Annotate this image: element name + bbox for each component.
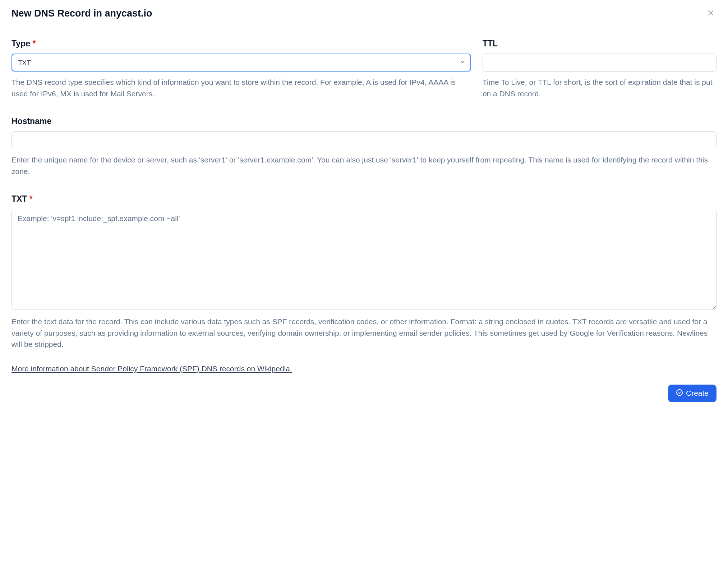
hostname-input[interactable]: [11, 131, 717, 149]
txt-label: TXT *: [11, 194, 717, 204]
required-asterisk: *: [29, 194, 33, 203]
ttl-field-group: TTL Time To Live, or TTL for short, is t…: [483, 39, 717, 99]
close-button[interactable]: [705, 7, 717, 20]
ttl-label: TTL: [483, 39, 717, 49]
txt-field-group: TXT * Enter the text data for the record…: [11, 194, 717, 350]
hostname-help-text: Enter the unique name for the device or …: [11, 154, 717, 177]
txt-textarea[interactable]: [11, 209, 717, 309]
ttl-help-text: Time To Live, or TTL for short, is the s…: [483, 77, 717, 99]
create-button-label: Create: [686, 389, 709, 398]
type-label-text: Type: [11, 39, 30, 48]
type-select[interactable]: TXT: [11, 54, 471, 72]
modal-header: New DNS Record in anycast.io: [0, 0, 728, 27]
modal-footer: Create: [0, 385, 728, 409]
close-icon: [706, 9, 715, 18]
modal-title: New DNS Record in anycast.io: [11, 8, 152, 19]
type-ttl-row: Type * TXT The DNS record type specifies…: [11, 39, 717, 99]
type-label: Type *: [11, 39, 471, 49]
spf-wikipedia-link[interactable]: More information about Sender Policy Fra…: [11, 364, 292, 373]
type-select-wrapper: TXT: [11, 54, 471, 72]
modal-body: Type * TXT The DNS record type specifies…: [0, 27, 728, 385]
type-field-group: Type * TXT The DNS record type specifies…: [11, 39, 471, 99]
hostname-label: Hostname: [11, 116, 717, 126]
dns-record-modal: New DNS Record in anycast.io Type * TXT: [0, 0, 728, 583]
type-help-text: The DNS record type specifies which kind…: [11, 77, 471, 99]
txt-label-text: TXT: [11, 194, 27, 203]
check-circle-icon: [676, 389, 683, 398]
hostname-field-group: Hostname Enter the unique name for the d…: [11, 116, 717, 177]
ttl-input[interactable]: [483, 54, 717, 72]
svg-point-2: [677, 389, 683, 395]
required-asterisk: *: [32, 39, 36, 48]
create-button[interactable]: Create: [668, 385, 717, 402]
txt-help-text: Enter the text data for the record. This…: [11, 316, 717, 350]
